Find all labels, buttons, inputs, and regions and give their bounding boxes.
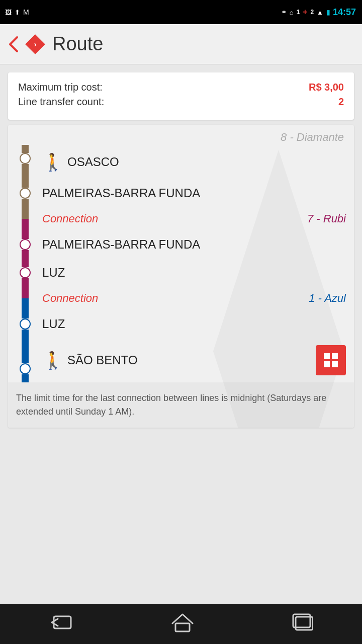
- line-diamante-label: 8 - Diamante: [8, 125, 354, 145]
- sim2-icon: 2: [310, 9, 314, 16]
- svg-text:›: ›: [34, 40, 37, 48]
- transfer-row: Line transfer count: 2: [18, 96, 344, 108]
- trip-info-card: Maximum trip cost: R$ 3,00 Line transfer…: [8, 72, 354, 120]
- connection-line-azul: 1 - Azul: [309, 292, 346, 305]
- signal-icon: ▲: [317, 9, 323, 16]
- stop-luz-1: LUZ: [8, 259, 354, 287]
- stop-name-saobento: SÃO BENTO: [67, 353, 138, 367]
- cost-label: Maximum trip cost:: [18, 82, 103, 93]
- photo-icon: 🖼: [5, 9, 12, 16]
- motorola-icon: M: [23, 8, 29, 16]
- stop-palmeiras-2: PALMEIRAS-BARRA FUNDA: [8, 230, 354, 259]
- status-icons-right: ⚭ ⌂ 1 ✛ 2 ▲ ▮ 14:57: [281, 7, 356, 18]
- connection-label-rubi: Connection: [42, 212, 98, 225]
- connection-line-rubi: 7 - Rubi: [307, 212, 346, 225]
- stop-osasco: 🚶 OSASCO: [8, 145, 354, 179]
- stop-name-palmeiras2: PALMEIRAS-BARRA FUNDA: [42, 237, 200, 252]
- route-container: 8 - Diamante 🚶 OSASCO PALMEIRAS-BARRA FU: [8, 125, 354, 428]
- cost-value: R$ 3,00: [309, 82, 344, 93]
- stop-name-luz1: LUZ: [42, 266, 65, 280]
- stop-sao-bento: 🚶 SÃO BENTO: [8, 338, 354, 382]
- back-icon[interactable]: [8, 35, 19, 53]
- svg-rect-7: [175, 623, 190, 631]
- page-title: Route: [52, 33, 103, 55]
- walk-icon-osasco: 🚶: [42, 152, 63, 172]
- home-nav-button[interactable]: [171, 612, 194, 636]
- svg-rect-5: [324, 361, 330, 367]
- footer-notice: The limit time for the last connection b…: [8, 382, 354, 428]
- svg-rect-3: [324, 353, 330, 359]
- status-icons-left: 🖼 ⬆ M: [5, 8, 29, 16]
- main-content: Maximum trip cost: R$ 3,00 Line transfer…: [0, 64, 362, 436]
- bottom-nav: [0, 604, 362, 644]
- svg-rect-6: [332, 361, 338, 367]
- app-logo: ›: [24, 33, 46, 55]
- stop-name-osasco: OSASCO: [67, 155, 119, 169]
- notice-text: The limit time for the last connection b…: [16, 393, 326, 417]
- transfer-value: 2: [338, 96, 344, 108]
- destination-icon: [316, 345, 346, 375]
- stop-name-palmeiras1: PALMEIRAS-BARRA FUNDA: [42, 186, 200, 200]
- clock: 14:57: [333, 7, 356, 18]
- battery-icon: ▮: [326, 9, 330, 16]
- upload-icon: ⬆: [15, 9, 20, 16]
- svg-rect-4: [332, 353, 338, 359]
- transfer-label: Line transfer count:: [18, 96, 104, 108]
- cost-row: Maximum trip cost: R$ 3,00: [18, 82, 344, 93]
- walk-icon-saobento: 🚶: [42, 350, 63, 370]
- sim1-icon: 1: [297, 9, 300, 16]
- recents-nav-button[interactable]: [291, 613, 313, 635]
- header: › Route: [0, 24, 362, 64]
- swisscom-icon: ✛: [303, 9, 307, 16]
- stop-luz-2: LUZ: [8, 310, 354, 338]
- stop-palmeiras-1: PALMEIRAS-BARRA FUNDA: [8, 179, 354, 207]
- connection-label-azul: Connection: [42, 292, 98, 305]
- stop-name-luz2: LUZ: [42, 317, 65, 331]
- wifi-icon: ⌂: [290, 9, 294, 16]
- bluetooth-icon: ⚭: [281, 9, 287, 16]
- connection-azul: Connection 1 - Azul: [8, 287, 354, 310]
- status-bar: 🖼 ⬆ M ⚭ ⌂ 1 ✛ 2 ▲ ▮ 14:57: [0, 0, 362, 24]
- connection-rubi: Connection 7 - Rubi: [8, 207, 354, 230]
- back-nav-button[interactable]: [49, 614, 74, 634]
